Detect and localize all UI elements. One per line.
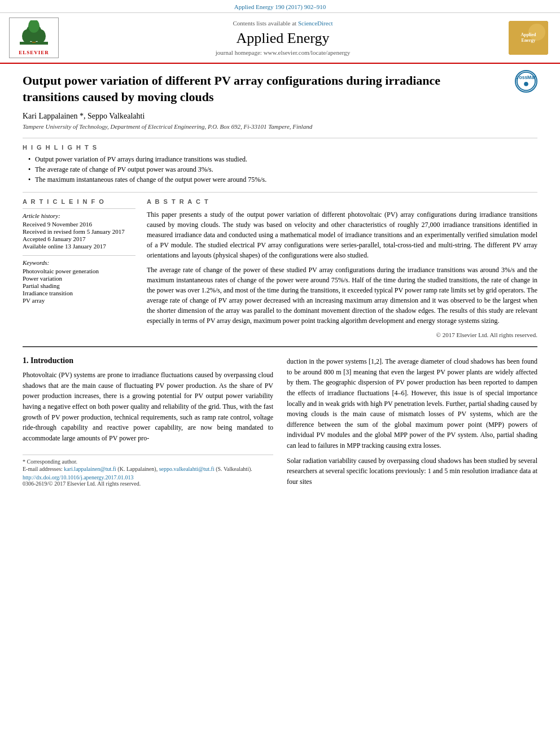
- accepted-date: Accepted 6 January 2017: [23, 235, 135, 242]
- right-paragraph-2: Solar radiation variability caused by ov…: [287, 456, 537, 487]
- intro-paragraph: Photovoltaic (PV) systems are prone to i…: [23, 370, 273, 443]
- article-info-label: A R T I C L E I N F O: [23, 198, 135, 205]
- journal-ref-text: Applied Energy 190 (2017) 902–910: [234, 3, 326, 10]
- article-info-col: A R T I C L E I N F O Article history: R…: [23, 198, 135, 338]
- abstract-paragraph-2: The average rate of change of the power …: [147, 265, 537, 326]
- issn-line: 0306-2619/© 2017 Elsevier Ltd. All right…: [23, 480, 273, 487]
- revised-date: Received in revised form 5 January 2017: [23, 228, 135, 235]
- email-1-link[interactable]: kari.lappalainen@tut.fi: [64, 466, 116, 472]
- email-label: E-mail addresses:: [23, 466, 63, 472]
- elsevier-logo: ELSEVIER: [9, 18, 60, 58]
- contents-text: Contents lists available at: [233, 20, 296, 27]
- elsevier-brand-text: ELSEVIER: [19, 50, 49, 55]
- article-title: Output power variation of different PV a…: [23, 73, 463, 105]
- highlights-section: H I G H L I G H T S Output power variati…: [23, 144, 537, 184]
- main-left-col: 1. Introduction Photovoltaic (PV) system…: [23, 356, 273, 491]
- journal-homepage: journal homepage: www.elsevier.com/locat…: [65, 49, 500, 56]
- applied-energy-badge: AppliedEnergy: [509, 21, 548, 55]
- crossmark-icon: CrossMark: [515, 70, 537, 93]
- available-date: Available online 13 January 2017: [23, 243, 135, 250]
- corresponding-author: * Corresponding author.: [23, 458, 273, 465]
- highlight-item-3: The maximum instantaneous rates of chang…: [28, 176, 537, 184]
- abstract-paragraph-1: This paper presents a study of the outpu…: [147, 209, 537, 260]
- email-1-name: (K. Lappalainen),: [117, 466, 158, 472]
- keyword-4: Irradiance transition: [23, 290, 135, 296]
- journal-reference: Applied Energy 190 (2017) 902–910: [0, 0, 560, 13]
- email-2-link[interactable]: seppo.valkealahti@tut.fi: [159, 466, 215, 472]
- keyword-1: Photovoltaic power generation: [23, 268, 135, 274]
- email-line: E-mail addresses: kari.lappalainen@tut.f…: [23, 466, 273, 472]
- keyword-2: Power variation: [23, 275, 135, 282]
- contents-available: Contents lists available at ScienceDirec…: [65, 20, 500, 27]
- divider-2: [23, 192, 537, 193]
- keywords-title: Keywords:: [23, 259, 135, 266]
- highlights-list: Output power variation of PV arrays duri…: [23, 155, 537, 184]
- crossmark[interactable]: CrossMark: [515, 70, 537, 93]
- svg-point-8: [524, 82, 528, 86]
- article-area: CrossMark Output power variation of diff…: [0, 64, 560, 347]
- main-right-col: duction in the power systems [1,2]. The …: [287, 356, 537, 491]
- divider-1: [23, 138, 537, 138]
- article-info-abstract: A R T I C L E I N F O Article history: R…: [23, 198, 537, 338]
- journal-center: Contents lists available at ScienceDirec…: [60, 20, 506, 56]
- received-date: Received 9 November 2016: [23, 221, 135, 228]
- doi-line[interactable]: http://dx.doi.org/10.1016/j.apenergy.201…: [23, 474, 273, 480]
- abstract-col: A B S T R A C T This paper presents a st…: [147, 198, 537, 338]
- abstract-label: A B S T R A C T: [147, 198, 537, 205]
- email-2-name: (S. Valkealahti).: [216, 466, 252, 472]
- keywords-section: Keywords: Photovoltaic power generation …: [23, 255, 135, 304]
- svg-text:CrossMark: CrossMark: [516, 75, 536, 80]
- affiliation: Tampere University of Technology, Depart…: [23, 123, 537, 130]
- keyword-5: PV array: [23, 297, 135, 304]
- footnote-area: * Corresponding author. E-mail addresses…: [23, 455, 273, 487]
- authors-text: Kari Lappalainen *, Seppo Valkealahti: [23, 112, 145, 120]
- authors: Kari Lappalainen *, Seppo Valkealahti: [23, 112, 537, 121]
- intro-heading: 1. Introduction: [23, 356, 273, 365]
- abstract-text: This paper presents a study of the outpu…: [147, 209, 537, 326]
- journal-header: ELSEVIER Contents lists available at Sci…: [0, 13, 560, 64]
- badge-text: AppliedEnergy: [520, 32, 536, 43]
- highlights-label: H I G H L I G H T S: [23, 144, 537, 151]
- history-title: Article history:: [23, 212, 135, 219]
- journal-logo-right: AppliedEnergy: [506, 21, 551, 55]
- sciencedirect-link[interactable]: ScienceDirect: [298, 20, 333, 27]
- keyword-3: Partial shading: [23, 282, 135, 289]
- article-history: Article history: Received 9 November 201…: [23, 208, 135, 250]
- copyright-line: © 2017 Elsevier Ltd. All rights reserved…: [147, 331, 537, 338]
- doi-link[interactable]: http://dx.doi.org/10.1016/j.apenergy.201…: [23, 474, 133, 480]
- right-paragraph-1: duction in the power systems [1,2]. The …: [287, 356, 537, 451]
- highlight-item-2: The average rate of change of PV output …: [28, 165, 537, 174]
- main-content: 1. Introduction Photovoltaic (PV) system…: [0, 347, 560, 500]
- elsevier-tree-icon: [17, 20, 51, 49]
- journal-title: Applied Energy: [65, 30, 500, 47]
- highlight-item-1: Output power variation of PV arrays duri…: [28, 155, 537, 164]
